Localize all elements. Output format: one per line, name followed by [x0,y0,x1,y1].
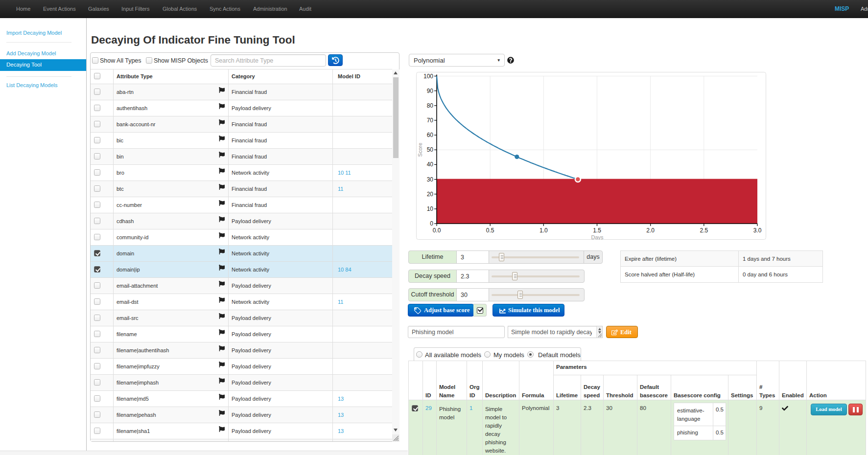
svg-text:30: 30 [427,176,434,183]
svg-text:20: 20 [427,191,434,198]
svg-text:Score: Score [417,143,423,157]
svg-text:2.0: 2.0 [646,227,655,234]
svg-text:60: 60 [427,132,434,138]
svg-text:3.0: 3.0 [753,227,762,234]
svg-text:90: 90 [427,88,434,94]
svg-text:0.5: 0.5 [486,227,494,234]
svg-text:0.0: 0.0 [433,227,441,234]
svg-text:70: 70 [427,117,434,124]
svg-text:100: 100 [423,73,433,80]
svg-text:Days: Days [591,234,604,240]
svg-text:50: 50 [427,146,434,153]
svg-text:1.5: 1.5 [593,227,601,234]
svg-text:1.0: 1.0 [540,227,548,234]
svg-text:40: 40 [427,161,434,168]
svg-text:2.5: 2.5 [700,227,708,234]
svg-text:80: 80 [427,102,434,109]
svg-text:0: 0 [430,220,433,227]
svg-text:10: 10 [427,205,434,212]
